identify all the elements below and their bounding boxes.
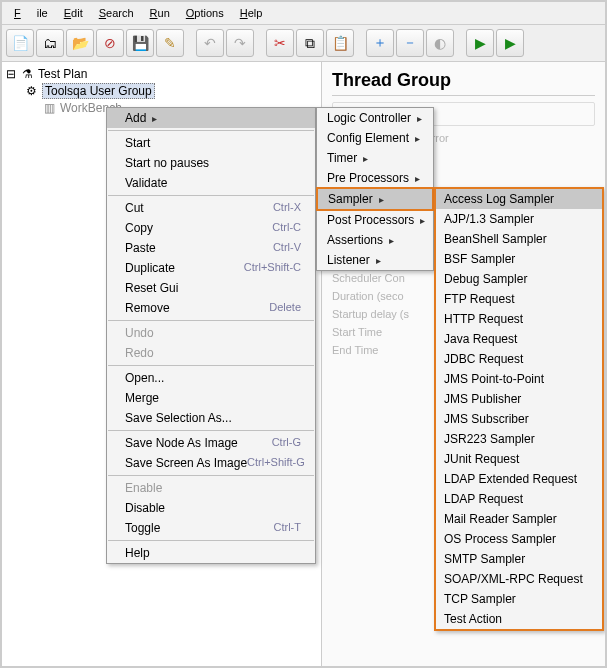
ctx-copy[interactable]: CopyCtrl-C (107, 218, 315, 238)
sampler-jms-subscriber[interactable]: JMS Subscriber (436, 409, 602, 429)
sampler-test-action[interactable]: Test Action (436, 609, 602, 629)
templates-button[interactable]: 🗂 (36, 29, 64, 57)
ctx-reset-gui[interactable]: Reset Gui (107, 278, 315, 298)
ctx-add[interactable]: Add (107, 108, 315, 128)
ctx-help[interactable]: Help (107, 543, 315, 563)
flask-icon: ⚗ (20, 67, 34, 81)
start-button[interactable]: ▶ (466, 29, 494, 57)
gear-icon: ⚙ (24, 84, 38, 98)
save-icon: 💾 (132, 35, 149, 51)
play-alt-icon: ▶ (505, 35, 516, 51)
sampler-ldap-request[interactable]: LDAP Request (436, 489, 602, 509)
sampler-os-process-sampler[interactable]: OS Process Sampler (436, 529, 602, 549)
ctx-disable[interactable]: Disable (107, 498, 315, 518)
ctx-validate[interactable]: Validate (107, 173, 315, 193)
sampler-java-request[interactable]: Java Request (436, 329, 602, 349)
menu-search[interactable]: Search (91, 4, 142, 22)
ctx-save-node-as-image[interactable]: Save Node As ImageCtrl-G (107, 433, 315, 453)
tree-thread-group-label: Toolsqa User Group (42, 83, 155, 99)
add-config-element[interactable]: Config Element (317, 128, 433, 148)
ctx-paste[interactable]: PasteCtrl-V (107, 238, 315, 258)
new-button[interactable]: 📄 (6, 29, 34, 57)
collapse-button[interactable]: － (396, 29, 424, 57)
sampler-tcp-sampler[interactable]: TCP Sampler (436, 589, 602, 609)
sampler-debug-sampler[interactable]: Debug Sampler (436, 269, 602, 289)
cut-button[interactable]: ✂ (266, 29, 294, 57)
toggle-button[interactable]: ◐ (426, 29, 454, 57)
toggle-icon: ◐ (434, 35, 446, 51)
open-button[interactable]: 📂 (66, 29, 94, 57)
undo-icon: ↶ (204, 35, 216, 51)
add-pre-processors[interactable]: Pre Processors (317, 168, 433, 188)
sampler-bsf-sampler[interactable]: BSF Sampler (436, 249, 602, 269)
save-button[interactable]: 💾 (126, 29, 154, 57)
sampler-jsr223-sampler[interactable]: JSR223 Sampler (436, 429, 602, 449)
edit-icon: ✎ (164, 35, 176, 51)
expand-button[interactable]: ＋ (366, 29, 394, 57)
menu-options[interactable]: Options (178, 4, 232, 22)
play-icon: ▶ (475, 35, 486, 51)
sampler-mail-reader-sampler[interactable]: Mail Reader Sampler (436, 509, 602, 529)
ctx-start[interactable]: Start (107, 133, 315, 153)
sampler-soap-xml-rpc-request[interactable]: SOAP/XML-RPC Request (436, 569, 602, 589)
copy-button[interactable]: ⧉ (296, 29, 324, 57)
add-listener[interactable]: Listener (317, 250, 433, 270)
context-menu: AddStartStart no pausesValidateCutCtrl-X… (106, 107, 316, 564)
add-post-processors[interactable]: Post Processors (317, 210, 433, 230)
ctx-redo: Redo (107, 343, 315, 363)
ctx-undo: Undo (107, 323, 315, 343)
sampler-submenu: Access Log SamplerAJP/1.3 SamplerBeanShe… (434, 187, 604, 631)
tree-thread-group[interactable]: ⚙ Toolsqa User Group (6, 82, 317, 100)
sampler-access-log-sampler[interactable]: Access Log Sampler (436, 189, 602, 209)
scissors-icon: ✂ (274, 35, 286, 51)
start-no-pauses-button[interactable]: ▶ (496, 29, 524, 57)
clipboard-icon: 📋 (332, 35, 349, 51)
menu-run[interactable]: Run (142, 4, 178, 22)
tree-toggle-icon[interactable]: ⊟ (6, 67, 16, 81)
sampler-jdbc-request[interactable]: JDBC Request (436, 349, 602, 369)
sampler-http-request[interactable]: HTTP Request (436, 309, 602, 329)
add-assertions[interactable]: Assertions (317, 230, 433, 250)
ctx-duplicate[interactable]: DuplicateCtrl+Shift-C (107, 258, 315, 278)
add-sampler[interactable]: Sampler (316, 187, 434, 211)
undo-button[interactable]: ↶ (196, 29, 224, 57)
folder-open-icon: 📂 (72, 35, 89, 51)
add-submenu: Logic ControllerConfig ElementTimerPre P… (316, 107, 434, 271)
ctx-remove[interactable]: RemoveDelete (107, 298, 315, 318)
panel-title: Thread Group (332, 70, 595, 96)
sampler-ajp-1-3-sampler[interactable]: AJP/1.3 Sampler (436, 209, 602, 229)
ctx-start-no-pauses[interactable]: Start no pauses (107, 153, 315, 173)
minus-icon: － (403, 34, 417, 52)
save-as-button[interactable]: ✎ (156, 29, 184, 57)
workbench-icon: ▥ (42, 101, 56, 115)
sampler-junit-request[interactable]: JUnit Request (436, 449, 602, 469)
ctx-merge[interactable]: Merge (107, 388, 315, 408)
add-logic-controller[interactable]: Logic Controller (317, 108, 433, 128)
menubar: File Edit Search Run Options Help (2, 2, 605, 25)
close-button[interactable]: ⊘ (96, 29, 124, 57)
ctx-save-selection-as[interactable]: Save Selection As... (107, 408, 315, 428)
sampler-beanshell-sampler[interactable]: BeanShell Sampler (436, 229, 602, 249)
ctx-toggle[interactable]: ToggleCtrl-T (107, 518, 315, 538)
plus-icon: ＋ (373, 34, 387, 52)
add-timer[interactable]: Timer (317, 148, 433, 168)
ctx-cut[interactable]: CutCtrl-X (107, 198, 315, 218)
redo-button[interactable]: ↷ (226, 29, 254, 57)
menu-file[interactable]: File (6, 4, 56, 22)
paste-button[interactable]: 📋 (326, 29, 354, 57)
sampler-ldap-extended-request[interactable]: LDAP Extended Request (436, 469, 602, 489)
tree-root[interactable]: ⊟ ⚗ Test Plan (6, 66, 317, 82)
sampler-jms-point-to-point[interactable]: JMS Point-to-Point (436, 369, 602, 389)
menu-help[interactable]: Help (232, 4, 271, 22)
copy-icon: ⧉ (305, 35, 315, 52)
sampler-smtp-sampler[interactable]: SMTP Sampler (436, 549, 602, 569)
menu-edit[interactable]: Edit (56, 4, 91, 22)
sampler-jms-publisher[interactable]: JMS Publisher (436, 389, 602, 409)
templates-icon: 🗂 (43, 35, 57, 51)
toolbar: 📄 🗂 📂 ⊘ 💾 ✎ ↶ ↷ ✂ ⧉ 📋 ＋ － ◐ ▶ ▶ (2, 25, 605, 62)
redo-icon: ↷ (234, 35, 246, 51)
ctx-save-screen-as-image[interactable]: Save Screen As ImageCtrl+Shift-G (107, 453, 315, 473)
ctx-open[interactable]: Open... (107, 368, 315, 388)
ctx-enable: Enable (107, 478, 315, 498)
sampler-ftp-request[interactable]: FTP Request (436, 289, 602, 309)
